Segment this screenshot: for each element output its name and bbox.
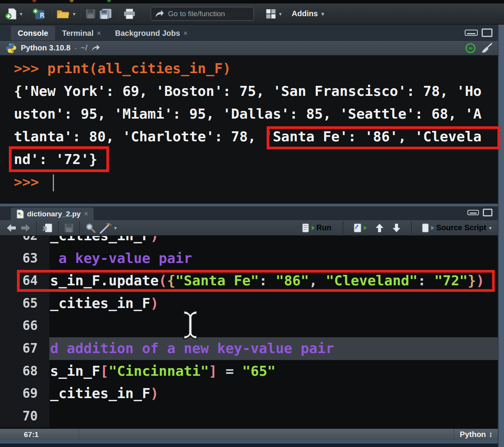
panes-layout-dropdown-icon[interactable]: ▾	[279, 11, 282, 17]
back-button[interactable]	[5, 223, 18, 233]
editor-tab-label: dictionary_2.py	[27, 210, 81, 218]
working-directory-label[interactable]: ~/	[81, 44, 87, 52]
line-number: 63	[0, 247, 49, 270]
console-line: tlanta': 80, 'Charlotte': 78, 'Santa Fe'…	[14, 125, 498, 148]
new-file-dropdown-icon[interactable]: ▾	[20, 11, 22, 17]
open-in-new-window-button[interactable]	[40, 222, 54, 234]
source-script-dropdown-icon: ▾	[489, 225, 492, 231]
rerun-button[interactable]	[352, 222, 369, 234]
forward-button[interactable]	[18, 223, 32, 233]
run-icon	[302, 223, 315, 233]
line-number: 65	[0, 292, 49, 315]
go-to-next-section-button[interactable]	[390, 222, 403, 234]
save-button[interactable]	[84, 8, 97, 20]
close-tab-icon[interactable]: ×	[97, 29, 101, 38]
panes-layout-button[interactable]	[264, 8, 278, 20]
code-text: _cities_in_F)	[49, 292, 498, 315]
session-suspend-icon[interactable]: ∞	[465, 43, 475, 53]
ibeam-mouse-cursor	[181, 310, 200, 340]
code-line-65[interactable]: 65_cities_in_F)	[0, 292, 498, 315]
new-file-icon	[5, 8, 17, 20]
run-label: Run	[316, 223, 331, 232]
toolbar-separator	[26, 7, 27, 20]
minimize-pane-icon[interactable]	[467, 210, 479, 215]
language-selector[interactable]: Python ▲▼	[454, 429, 498, 440]
code-text	[49, 315, 498, 337]
code-tools-dropdown-icon[interactable]: ▾	[114, 225, 117, 231]
cursor-position: 67:1	[0, 429, 79, 440]
new-project-icon: R	[32, 8, 45, 20]
toolbar-separator	[50, 7, 51, 20]
open-file-button[interactable]	[55, 7, 72, 20]
print-button[interactable]	[122, 7, 137, 20]
goto-file-input[interactable]: Go to file/function	[151, 7, 254, 21]
code-line-67[interactable]: 67d addition of a new key-value pair	[0, 337, 498, 360]
code-line-70[interactable]: 70	[0, 405, 498, 428]
minimize-pane-icon[interactable]	[465, 30, 478, 36]
code-line-64[interactable]: 64s_in_F.update({"Santa Fe": "86", "Clev…	[0, 270, 498, 292]
tab-background-jobs[interactable]: Background Jobs×	[108, 26, 195, 40]
goto-arrow-icon	[155, 10, 164, 18]
magic-wand-icon	[99, 222, 111, 234]
code-tools-button[interactable]	[97, 221, 113, 234]
find-replace-button[interactable]	[84, 222, 97, 234]
console-caret	[53, 174, 54, 191]
close-tab-icon[interactable]: ×	[183, 29, 188, 38]
close-tab-icon[interactable]: ×	[84, 209, 88, 218]
go-to-previous-section-button[interactable]	[373, 222, 386, 234]
toolbar-separator	[58, 221, 59, 234]
console-runtime-label[interactable]: Python 3.10.8	[21, 44, 71, 52]
console-lines: >>> print(all_cities_in_F){'New York': 6…	[14, 57, 498, 193]
language-label: Python	[460, 430, 486, 439]
code-line-69[interactable]: 69_cities_in_F)	[0, 382, 498, 405]
back-arrow-icon	[6, 223, 17, 233]
run-button[interactable]: Run	[300, 222, 334, 234]
source-script-label: Source Script	[436, 223, 486, 232]
code-line-63[interactable]: 63 a key-value pair	[0, 247, 498, 270]
toolbar-separator	[411, 221, 412, 234]
close-window-icon[interactable]	[32, 0, 36, 2]
save-button[interactable]	[62, 222, 76, 234]
minimize-window-icon[interactable]	[70, 0, 74, 2]
addins-menu[interactable]: Addins ▾	[292, 9, 324, 18]
python-logo-icon	[5, 42, 17, 54]
engine-separator: ·	[74, 44, 77, 52]
code-line-68[interactable]: 68s_in_F["Cincinnati"] = "65"	[0, 360, 498, 383]
toolbar-separator	[79, 221, 80, 234]
toolbar-separator	[118, 7, 118, 20]
maximize-pane-icon[interactable]	[483, 209, 492, 216]
save-icon	[64, 223, 74, 233]
zoom-window-icon[interactable]	[107, 0, 111, 2]
console-line: {'New York': 69, 'Boston': 75, 'San Fran…	[14, 80, 498, 102]
toolbar-separator	[343, 221, 343, 234]
tab-dictionary-2-py[interactable]: dictionary_2.py ×	[11, 208, 94, 220]
magnifier-icon	[85, 223, 96, 233]
tab-terminal[interactable]: Terminal×	[55, 26, 108, 40]
open-file-dropdown-icon[interactable]: ▾	[73, 11, 76, 17]
maximize-pane-icon[interactable]	[482, 28, 492, 37]
clear-console-broom-icon[interactable]	[481, 43, 492, 54]
rerun-icon	[353, 223, 367, 233]
source-script-button[interactable]: Source Script ▾	[420, 222, 493, 234]
forward-arrow-icon	[20, 223, 31, 233]
code-text: _cities_in_F)	[49, 382, 498, 405]
console-line: >>> print(all_cities_in_F)	[14, 57, 498, 80]
toolbar-separator	[79, 7, 80, 20]
save-all-icon	[99, 8, 112, 20]
line-number: 62	[0, 236, 49, 247]
code-line-62[interactable]: 62_cities_in_F)	[0, 236, 498, 247]
jump-to-directory-icon[interactable]	[91, 44, 101, 52]
tab-console[interactable]: Console	[11, 26, 55, 40]
new-project-button[interactable]: R	[30, 7, 47, 21]
new-file-button[interactable]	[4, 7, 18, 21]
code-editor[interactable]: 62_cities_in_F)63 a key-value pair64s_in…	[0, 236, 498, 429]
console-tabs: ConsoleTerminal×Background Jobs×	[11, 26, 195, 40]
print-icon	[123, 8, 136, 20]
code-text: d addition of a new key-value pair	[49, 337, 498, 360]
console-output[interactable]: >>> print(all_cities_in_F){'New York': 6…	[0, 55, 498, 204]
save-all-button[interactable]	[97, 7, 114, 20]
code-rows: 62_cities_in_F)63 a key-value pair64s_in…	[0, 236, 498, 427]
save-icon	[85, 8, 96, 19]
code-line-66[interactable]: 66	[0, 315, 498, 337]
code-text: a key-value pair	[49, 247, 498, 270]
